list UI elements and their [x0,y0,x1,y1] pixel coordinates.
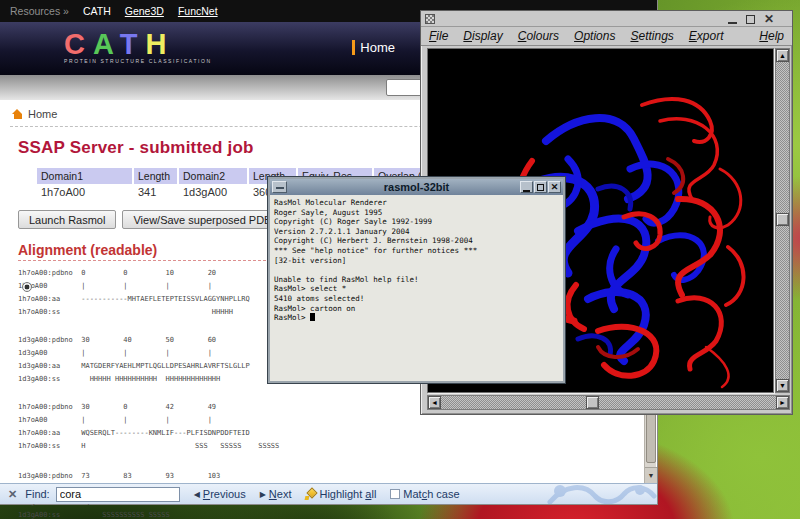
view-save-pdb-button[interactable]: View/Save superposed PDB [122,210,282,229]
findbar-watermark-flourish [540,483,657,504]
logo-subtitle: PROTEIN STRUCTURE CLASSIFICATION [64,58,212,64]
logo-letter-t: T [120,28,146,60]
cell-domain2: 1d3gA00 [179,184,247,202]
terminal-output[interactable]: RasMol Molecular Renderer Roger Sayle, A… [270,195,563,326]
maximize-icon[interactable] [746,15,755,24]
rasmol-terminal-window: rasmol-32bit ✕ RasMol Molecular Renderer… [268,177,565,383]
menu-help[interactable]: Help [759,29,784,43]
scroll-up-arrow-icon[interactable]: ▲ [776,49,789,62]
menu-options[interactable]: Options [574,29,615,43]
menu-settings[interactable]: Settings [630,29,673,43]
col-domain2: Domain2 [179,168,247,184]
terminal-text: RasMol Molecular Renderer Roger Sayle, A… [274,198,477,322]
find-close-icon[interactable]: ✕ [8,488,17,501]
launch-rasmol-button[interactable]: Launch Rasmol [18,210,116,229]
highlighter-icon [305,489,316,500]
rasmol-menubar: File Display Colours Options Settings Ex… [421,27,792,46]
cell-length1: 341 [134,184,177,202]
scroll-left-arrow-icon[interactable]: ◄ [428,396,441,409]
terminal-title: rasmol-32bit [384,181,449,193]
terminal-titlebar[interactable]: rasmol-32bit ✕ [270,179,563,195]
rasmol-horizontal-scrollbar[interactable]: ◄ ► [427,395,790,410]
previous-arrow-icon: ◀ [194,490,200,499]
resources-menu[interactable]: Resources » [10,5,69,17]
find-label: Find: [25,488,49,500]
menu-file[interactable]: File [429,29,448,43]
home-icon [12,109,23,119]
cell-domain1: 1h7oA00 [37,184,132,202]
close-icon[interactable]: ✕ [764,13,774,25]
link-gene3d[interactable]: Gene3D [125,5,164,17]
checkbox-icon [390,489,400,499]
col-length1: Length [134,168,177,184]
nav-home[interactable]: Home [352,40,395,55]
nav-home-label: Home [360,40,395,55]
find-toolbar: ✕ Find: ◀ Previous ▶ Next Highlight all … [0,483,657,504]
hscroll-thumb[interactable] [586,396,599,409]
rasmol-vertical-scrollbar[interactable]: ▲ ▼ [775,48,790,393]
link-funcnet[interactable]: FuncNet [178,5,218,17]
browser-scrollbar-down-arrow-icon[interactable]: ▼ [645,467,657,483]
rasmol-titlebar[interactable]: ✕ [421,11,792,27]
vscroll-thumb[interactable] [776,213,789,226]
breadcrumb-home-link[interactable]: Home [28,108,57,120]
menu-display[interactable]: Display [463,29,502,43]
find-previous-button[interactable]: ◀ Previous [194,488,246,500]
cath-logo[interactable]: CATH PROTEIN STRUCTURE CLASSIFICATION [64,28,212,64]
scroll-down-arrow-icon[interactable]: ▼ [776,379,789,392]
terminal-window-menu-icon[interactable] [272,181,287,193]
nav-home-accent-bar [352,40,355,55]
logo-letter-c: C [64,28,93,60]
match-case-checkbox[interactable]: Match case [390,488,459,500]
highlight-all-button[interactable]: Highlight all [305,488,376,500]
row-radio-selected[interactable] [22,282,32,292]
find-input[interactable] [56,487,180,502]
col-domain1: Domain1 [37,168,132,184]
logo-letter-h: H [145,28,174,60]
screen: Resources » CATH Gene3D FuncNet CATH PRO… [0,0,800,519]
cath-logo-letters: CATH [64,28,212,61]
menu-colours[interactable]: Colours [518,29,559,43]
find-next-button[interactable]: ▶ Next [260,488,292,500]
logo-letter-a: A [93,28,120,60]
terminal-cursor [310,313,315,321]
terminal-maximize-icon[interactable] [534,181,547,193]
terminal-minimize-icon[interactable] [520,181,533,193]
scroll-right-arrow-icon[interactable]: ► [776,396,789,409]
link-cath[interactable]: CATH [83,5,111,17]
minimize-icon[interactable] [728,22,737,24]
rasmol-window-icon [425,14,435,24]
terminal-close-icon[interactable]: ✕ [548,181,561,193]
next-arrow-icon: ▶ [260,490,266,499]
menu-export[interactable]: Export [689,29,724,43]
